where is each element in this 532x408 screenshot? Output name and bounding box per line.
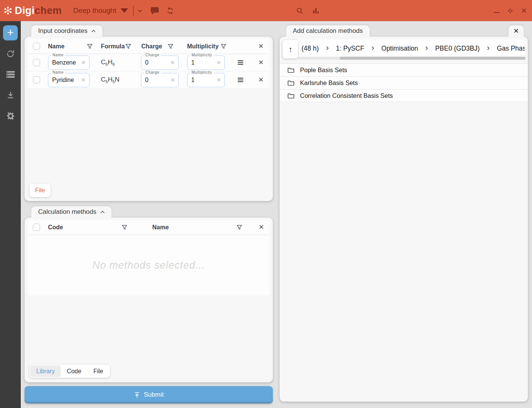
sidebar-item-queue[interactable] [3, 67, 18, 82]
clear-field-icon[interactable]: ✕ [216, 59, 224, 66]
column-header-name: Name [152, 224, 169, 231]
basis-set-folder-row[interactable]: Karlsruhe Basis Sets [280, 76, 528, 89]
app-logo: Digichem [4, 5, 62, 17]
folder-label: Pople Basis Sets [300, 66, 347, 74]
search-icon[interactable] [296, 7, 303, 14]
input-coordinates-title: Input coordinates [38, 27, 87, 35]
select-all-checkbox[interactable] [33, 43, 40, 50]
basis-set-folder-list: Pople Basis Sets Karlsruhe Basis Sets Co… [280, 63, 528, 102]
clear-field-icon[interactable]: ✕ [81, 59, 89, 66]
name-field-label: Name [51, 53, 65, 57]
row-checkbox[interactable] [33, 76, 40, 83]
charge-field[interactable]: Charge 0 ✕ [141, 56, 179, 70]
column-header-formula: Formula [101, 43, 125, 50]
coordinates-file-button[interactable]: File [29, 184, 51, 197]
formula-value: C6H6 [96, 59, 138, 66]
basis-set-folder-row[interactable]: Correlation Consistent Basis Sets [280, 89, 528, 102]
basis-set-folder-row[interactable]: Pople Basis Sets [280, 63, 528, 76]
window-close-button[interactable]: ✕ [521, 7, 527, 14]
horizontal-scrollbar[interactable] [298, 57, 526, 60]
multiplicity-field[interactable]: Multiplicity 1 ✕ [187, 56, 225, 70]
coordinates-table-header: Name Formula Charge Multiplicity ✕ [28, 39, 270, 54]
filter-icon[interactable] [125, 44, 131, 49]
multiplicity-field-value: 1 [187, 59, 216, 66]
clear-field-icon[interactable]: ✕ [170, 77, 178, 83]
collapse-chevron-icon[interactable] [91, 30, 96, 32]
breadcrumb-item[interactable]: (48 h) [302, 45, 319, 53]
name-field[interactable]: Name Pyridine ✕ [48, 73, 90, 87]
calculation-methods-tab[interactable]: Calculation methods [31, 206, 111, 218]
clear-table-button[interactable]: ✕ [252, 42, 269, 50]
add-methods-panel: (48 h)›1: PySCF›Optimisation›PBE0 (GD3BJ… [280, 37, 528, 402]
remove-row-button[interactable]: ✕ [252, 59, 269, 66]
charge-field-value: 0 [141, 59, 170, 66]
sync-icon [6, 49, 15, 58]
coordinate-row: Name Benzene ✕ C6H6 Charge 0 ✕ Multiplic… [28, 54, 270, 71]
breadcrumb-item[interactable]: Gas Phase [497, 45, 525, 53]
coordinates-table: Name Formula Charge Multiplicity ✕ Name [28, 39, 270, 89]
coordinates-rows: Name Benzene ✕ C6H6 Charge 0 ✕ Multiplic… [28, 54, 270, 89]
window-restore-button[interactable] [507, 8, 513, 14]
clear-field-icon[interactable]: ✕ [170, 59, 178, 66]
workspace-dropdown-icon [121, 8, 128, 13]
top-bar: Digichem Deep thought [0, 0, 532, 21]
app-title: Digichem [15, 5, 62, 17]
charge-field-label: Charge [144, 53, 161, 57]
multiplicity-field[interactable]: Multiplicity 1 ✕ [187, 73, 225, 87]
filter-icon[interactable] [87, 44, 93, 49]
breadcrumb-item[interactable]: PBE0 (GD3BJ) [435, 45, 480, 53]
submit-button[interactable]: Submit [25, 386, 273, 403]
charge-field[interactable]: Charge 0 ✕ [141, 73, 179, 87]
collapse-chevron-icon[interactable] [101, 211, 105, 213]
sidebar-item-recalculate[interactable] [3, 46, 18, 61]
close-icon[interactable]: ✕ [513, 27, 519, 35]
filter-icon[interactable] [122, 225, 127, 230]
charge-field-value: 0 [141, 77, 170, 83]
window-minimize-button[interactable] [494, 8, 500, 13]
sidebar-item-settings[interactable] [3, 108, 18, 124]
breadcrumb-separator: › [425, 44, 428, 52]
scrollbar-thumb[interactable] [340, 57, 526, 60]
filter-icon[interactable] [237, 225, 242, 230]
topbar-divider [133, 6, 134, 15]
folder-icon [288, 80, 294, 86]
drag-handle-icon[interactable] [229, 77, 252, 82]
charge-field-label: Charge [144, 71, 161, 74]
logo-star-icon [4, 6, 12, 15]
add-methods-close-tab[interactable]: ✕ [509, 25, 524, 37]
name-field[interactable]: Name Benzene ✕ [48, 56, 90, 70]
bar-chart-icon[interactable] [313, 7, 319, 14]
workspace-selector[interactable]: Deep thought [73, 6, 128, 15]
multiplicity-field-label: Multiplicity [190, 71, 214, 74]
source-tab-library[interactable]: Library [30, 365, 61, 377]
remove-row-button[interactable]: ✕ [252, 76, 269, 84]
clear-field-icon[interactable]: ✕ [81, 77, 89, 83]
breadcrumb-up-button[interactable]: ↑ [283, 40, 298, 59]
chat-icon[interactable] [150, 7, 159, 15]
filter-icon[interactable] [168, 44, 173, 49]
sidebar-item-downloads[interactable] [3, 88, 18, 103]
chevron-down-icon[interactable] [137, 9, 142, 12]
breadcrumb-item[interactable]: Optimisation [381, 45, 418, 53]
calculation-methods-title: Calculation methods [38, 208, 96, 216]
row-checkbox[interactable] [33, 59, 40, 66]
gear-icon [6, 111, 15, 121]
sidebar-item-new-submission[interactable]: + [3, 25, 18, 40]
clear-field-icon[interactable]: ✕ [216, 77, 224, 83]
folder-icon [288, 67, 294, 73]
filter-icon[interactable] [221, 44, 226, 49]
sync-icon[interactable] [166, 7, 174, 15]
empty-state-text: No methods selected... [92, 260, 205, 271]
breadcrumb-item[interactable]: 1: PySCF [336, 45, 364, 53]
workspace-name: Deep thought [73, 6, 116, 15]
clear-table-button[interactable]: ✕ [253, 223, 270, 231]
upload-icon [134, 392, 140, 398]
formula-value: C5H5N [96, 76, 138, 84]
add-methods-tab: Add calculation methods [286, 25, 370, 37]
input-coordinates-tab[interactable]: Input coordinates [31, 25, 102, 37]
drag-handle-icon[interactable] [229, 60, 252, 65]
arrow-up-icon: ↑ [288, 45, 292, 54]
source-tab-file[interactable]: File [87, 365, 109, 377]
select-all-checkbox[interactable] [33, 224, 40, 231]
source-tab-code[interactable]: Code [61, 365, 87, 377]
